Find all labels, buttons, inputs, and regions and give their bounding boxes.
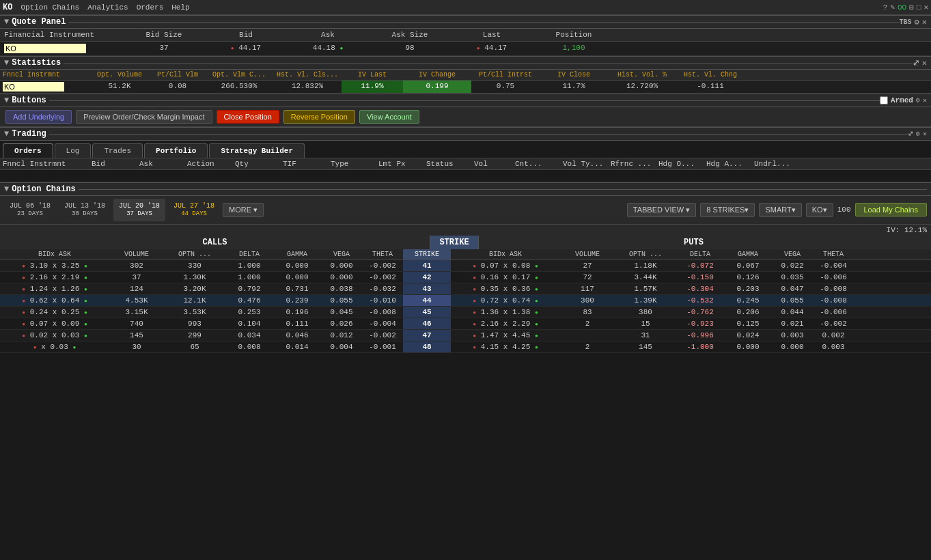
sh-instrument: Fnncl Instrmnt [0, 70, 89, 80]
tab-trades[interactable]: Trades [92, 143, 143, 158]
ch-put-optn: OPTN ... [615, 249, 676, 260]
call-optn: 12.1K [164, 295, 225, 306]
chain-tab-jul27-days: 44 DAYS [173, 210, 214, 219]
settings-icon-2[interactable]: ⚙ [915, 17, 919, 27]
armed-area: Armed ⚙ ✕ [880, 96, 927, 104]
close-position-button[interactable]: Close Position [217, 110, 279, 124]
app-title[interactable]: KO [3, 3, 12, 12]
armed-settings-icon[interactable]: ⚙ [916, 96, 920, 104]
option-chains-title: Option Chains [12, 184, 76, 194]
tab-portfolio[interactable]: Portfolio [144, 143, 208, 158]
menu-option-chains[interactable]: Option Chains [20, 3, 79, 12]
armed-checkbox[interactable] [880, 96, 888, 104]
tab-strategy-builder[interactable]: Strategy Builder [209, 143, 305, 158]
tbs-icon: TBS [900, 18, 912, 26]
ch-put-theta: THETA [813, 249, 854, 260]
call-theta: -0.002 [362, 260, 403, 271]
settings-icon[interactable]: ✎ [890, 3, 895, 12]
stats-close-icon[interactable]: ✕ [922, 58, 927, 68]
call-vega: 0.000 [321, 260, 362, 271]
stats-expand-icon[interactable]: ⤢ [913, 58, 919, 68]
call-bidask: ● 0.24 x 0.25 ● [0, 307, 109, 318]
th-status: Status [423, 158, 471, 169]
ch-call-volume: VOLUME [109, 249, 164, 260]
chain-tab-jul27[interactable]: JUL 27 '18 44 DAYS [168, 199, 220, 221]
minimize-icon[interactable]: ⊟ [909, 3, 914, 12]
th-action: Action [184, 158, 232, 169]
multiplier-label: 100 [837, 206, 851, 214]
preview-order-button[interactable]: Preview Order/Check Margin Impact [76, 110, 212, 124]
put-gamma: 0.126 [724, 272, 772, 283]
chain-tab-jul06[interactable]: JUL 06 '18 23 DAYS [4, 199, 56, 221]
close-icon-2[interactable]: ✕ [922, 17, 927, 27]
smart-button[interactable]: SMART▾ [759, 203, 801, 217]
buttons-panel-header: ▼ Buttons Armed ⚙ ✕ [0, 94, 931, 107]
sh-ptcll: Pt/Cll Vlm [150, 70, 205, 80]
stats-instrument-input[interactable] [3, 82, 64, 92]
th-ask: Ask [137, 158, 184, 169]
maximize-icon[interactable]: □ [917, 3, 921, 12]
chains-collapse-arrow[interactable]: ▼ [4, 184, 9, 194]
option-row[interactable]: ● 0.24 x 0.25 ● 3.15K 3.53K 0.253 0.196 … [0, 307, 931, 318]
put-delta: -0.532 [676, 295, 724, 306]
tab-orders[interactable]: Orders [3, 143, 53, 158]
stats-hst-chng: -0.111 [676, 81, 745, 93]
call-volume: 4.53K [109, 295, 164, 306]
quote-position: 1,100 [533, 42, 615, 55]
chain-tab-jul20[interactable]: JUL 20 '18 37 DAYS [113, 199, 165, 221]
call-vega: 0.055 [321, 295, 362, 306]
menu-orders[interactable]: Orders [137, 3, 164, 12]
put-bidask: ● 0.07 x 0.08 ● [451, 260, 560, 271]
trading-collapse-arrow[interactable]: ▼ [4, 129, 9, 139]
chain-tab-jul06-days: 23 DAYS [10, 210, 51, 219]
quote-row: 37 ● 44.17 44.18 ● 98 ● 44.17 1,100 [0, 42, 931, 56]
strikes-button[interactable]: 8 STRIKES▾ [700, 203, 755, 217]
menu-help[interactable]: Help [171, 3, 189, 12]
put-delta: -0.304 [676, 283, 724, 294]
option-row[interactable]: ● 0.62 x 0.64 ● 4.53K 12.1K 0.476 0.239 … [0, 295, 931, 307]
stats-iv-last: 11.9% [342, 81, 403, 93]
tabbed-view-button[interactable]: TABBED VIEW ▾ [627, 203, 696, 217]
trading-section-header: ▼ Trading ⤢ ⚙ ✕ [0, 127, 931, 141]
add-underlying-button[interactable]: Add Underlying [5, 110, 72, 124]
option-row[interactable]: ● x 0.03 ● 30 65 0.008 0.014 0.004 -0.00… [0, 341, 931, 353]
chain-more-button[interactable]: MORE ▾ [223, 203, 264, 217]
option-row[interactable]: ● 2.16 x 2.19 ● 37 1.30K 1.000 0.000 0.0… [0, 272, 931, 283]
link-icon[interactable]: OO [898, 3, 906, 12]
help-icon[interactable]: ? [883, 3, 888, 12]
reverse-position-button[interactable]: Reverse Position [283, 110, 355, 124]
close-icon[interactable]: ✕ [923, 3, 928, 12]
stats-ptcll-intrst: 0.75 [471, 81, 540, 93]
put-theta: -0.006 [813, 307, 854, 318]
trading-expand-icon[interactable]: ⤢ [908, 130, 913, 138]
ch-call-theta: THETA [362, 249, 403, 260]
strike-value: 45 [403, 307, 451, 318]
tab-log[interactable]: Log [55, 143, 92, 158]
put-volume: 27 [560, 260, 615, 271]
quote-collapse-arrow[interactable]: ▼ [4, 17, 9, 27]
stats-collapse-arrow[interactable]: ▼ [4, 58, 9, 68]
view-account-button[interactable]: View Account [359, 110, 419, 124]
qh-ask: Ask [287, 29, 369, 40]
stats-instrument [0, 81, 89, 93]
call-bidask: ● 0.02 x 0.03 ● [0, 330, 109, 341]
option-row[interactable]: ● 0.07 x 0.09 ● 740 993 0.104 0.111 0.02… [0, 318, 931, 330]
quote-bid-size: 37 [123, 42, 205, 55]
buttons-collapse-arrow[interactable]: ▼ [4, 96, 9, 105]
option-row[interactable]: ● 3.10 x 3.25 ● 302 330 1.000 0.000 0.00… [0, 260, 931, 272]
menu-analytics[interactable]: Analytics [87, 3, 128, 12]
trading-close-icon[interactable]: ✕ [923, 130, 927, 138]
call-vega: 0.012 [321, 330, 362, 341]
put-bidask: ● 4.15 x 4.25 ● [451, 341, 560, 352]
option-row[interactable]: ● 0.02 x 0.03 ● 145 299 0.034 0.046 0.01… [0, 330, 931, 341]
chain-tab-jul13[interactable]: JUL 13 '18 30 DAYS [59, 199, 111, 221]
call-gamma: 0.111 [273, 318, 321, 329]
option-row[interactable]: ● 1.24 x 1.26 ● 124 3.20K 0.792 0.731 0.… [0, 283, 931, 295]
armed-close-icon[interactable]: ✕ [923, 96, 927, 104]
trading-settings-icon[interactable]: ⚙ [916, 130, 920, 138]
symbol-button[interactable]: KO▾ [806, 203, 833, 217]
put-delta: -1.000 [676, 341, 724, 352]
instrument-input[interactable] [4, 44, 86, 53]
load-my-chains-button[interactable]: Load My Chains [855, 203, 928, 216]
put-gamma: 0.024 [724, 330, 772, 341]
